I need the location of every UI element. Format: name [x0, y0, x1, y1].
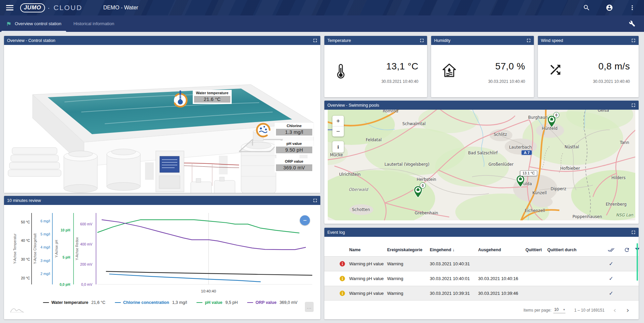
chart-zoom-out-button[interactable]: −	[300, 215, 310, 225]
expand-icon[interactable]	[420, 38, 424, 43]
chlorine-value: 1.3 mg/l	[276, 129, 312, 136]
pool-map-marker[interactable]: 0	[413, 185, 423, 198]
account-icon[interactable]	[606, 4, 613, 11]
next-page-button[interactable]: ›	[626, 307, 629, 314]
humidity-timestamp: 30.03.2021 10:40:40	[488, 79, 525, 84]
svg-text:10 pH: 10 pH	[60, 228, 70, 232]
legend-item[interactable]: Chlorine concentration1,3 mg/l	[115, 300, 187, 305]
expand-icon[interactable]	[631, 230, 636, 234]
event-log-rows: Warning pH valueWarning30.03.2021 10:40:…	[324, 256, 639, 301]
tab-label: Historical information	[74, 21, 114, 26]
tab-historical-information[interactable]: Historical information	[67, 15, 120, 32]
event-log-scrollbar[interactable]	[637, 243, 638, 281]
ph-label: pH value 9.50 pH	[275, 141, 314, 155]
map-zoom-out-button[interactable]: −	[332, 126, 344, 137]
cloud-logo: · CLOUD	[48, 4, 83, 12]
marker-count-badge: 0	[420, 182, 426, 189]
map[interactable]: RomrodSchwalmtalSchlitzFeldatalLauterbac…	[328, 110, 635, 220]
marker-temperature-tooltip: 13.1 °C	[520, 170, 537, 176]
map-zoom-in-button[interactable]: +	[332, 116, 344, 126]
svg-text:3 mg/l: 3 mg/l	[40, 259, 50, 263]
event-category: Warning	[387, 261, 430, 266]
items-per-page-label: Items per page:	[523, 308, 551, 313]
svg-text:50 °C: 50 °C	[21, 220, 30, 224]
ph-value: 9.50 pH	[276, 147, 312, 153]
map-city-label: Hofbieber	[560, 166, 580, 171]
svg-text:Y-Achse Redox: Y-Achse Redox	[75, 237, 79, 260]
kebab-menu-icon[interactable]	[629, 4, 636, 11]
svg-text:20 °C: 20 °C	[21, 276, 30, 280]
column-header-acknowledged-by[interactable]: Quittiert durch	[547, 248, 603, 252]
event-log-header-row: Name Ereigniskategorie Eingehend ↓ Ausge…	[324, 244, 639, 256]
column-header-incoming[interactable]: Eingehend ↓	[430, 248, 478, 252]
event-log-row[interactable]: Warning pH valueWarning30.03.2021 10:40:…	[324, 256, 639, 271]
expand-icon[interactable]	[631, 103, 636, 107]
temperature-timestamp: 30.03.2021 10:40:40	[381, 79, 418, 84]
expand-icon[interactable]	[631, 38, 636, 43]
water-temperature-sensor-icon[interactable]	[172, 89, 188, 109]
expand-icon[interactable]	[313, 38, 317, 43]
pool-illustration	[4, 45, 320, 193]
refresh-icon[interactable]	[624, 247, 630, 253]
panel-10-minutes-review: 10 minutes review 10:40:40Y-Achse Temper…	[4, 196, 320, 319]
pool-map-marker[interactable]: 0	[547, 115, 556, 128]
acknowledge-all-icon[interactable]	[608, 247, 614, 253]
map-city-label: NSG Lan	[616, 213, 633, 217]
svg-text:5 pH: 5 pH	[62, 255, 70, 259]
water-temperature-label: Water temperature 21.6 °C	[193, 90, 232, 104]
event-incoming: 30.03.2021 10:40:01	[430, 276, 478, 281]
map-city-label: Lauterbach	[509, 145, 532, 150]
panel-title: Humidity	[434, 38, 451, 43]
column-header-name[interactable]: Name	[349, 248, 387, 252]
column-header-category[interactable]: Ereigniskategorie	[387, 248, 430, 252]
svg-text:30 °C: 30 °C	[21, 257, 30, 261]
page-range-label: 1 – 10 of 169151	[574, 308, 604, 313]
event-incoming: 30.03.2021 10:39:31	[430, 291, 478, 296]
brand-logo: JUMO · CLOUD	[20, 3, 82, 12]
map-city-label: Großenlüder	[489, 162, 514, 167]
acknowledged-check-icon: ✓	[609, 290, 613, 297]
legend-item[interactable]: ORP value369,0 mV	[247, 300, 297, 305]
svg-text:400 mV: 400 mV	[80, 242, 92, 246]
pool-map-marker[interactable]	[516, 175, 525, 187]
event-log-row[interactable]: Warning pH valueWarning30.03.2021 10:40:…	[324, 271, 639, 286]
panel-title: Overview - Control station	[7, 38, 55, 43]
wrench-icon[interactable]	[629, 20, 635, 27]
event-log-row[interactable]: Warning pH valueWarning30.03.2021 10:39:…	[324, 286, 639, 301]
tab-overview-control-station[interactable]: Overview control station	[0, 15, 67, 32]
map-city-label: Nüsttal	[565, 145, 579, 149]
legend-item[interactable]: pH value9,5 pH	[196, 300, 238, 305]
review-chart: 10:40:40Y-Achse Temperatur20 °C30 °C40 °…	[4, 205, 320, 299]
acknowledged-check-icon: ✓	[609, 275, 613, 282]
chlorine-sensor-icon[interactable]	[255, 121, 271, 141]
column-header-outgoing[interactable]: Ausgehend	[478, 248, 525, 252]
event-name: Warning pH value	[349, 291, 387, 296]
sparkline-preview-icon[interactable]	[9, 305, 25, 314]
svg-text:Y-Achse Chlorgehalt: Y-Achse Chlorgehalt	[33, 233, 37, 264]
column-header-acknowledged[interactable]: Quittiert	[525, 248, 547, 252]
map-tiles	[328, 110, 635, 220]
search-icon[interactable]	[583, 4, 590, 11]
sort-descending-icon: ↓	[452, 248, 454, 252]
map-info-button[interactable]: i	[332, 141, 344, 153]
wind-timestamp: 30.03.2021 10:40:40	[593, 79, 630, 84]
svg-text:2 mg/l: 2 mg/l	[40, 272, 50, 276]
panel-title: Event log	[327, 230, 345, 235]
event-name: Warning pH value	[349, 276, 387, 281]
thermometer-icon	[334, 62, 347, 80]
items-per-page-select[interactable]: 10▾	[553, 307, 565, 313]
motorway-shield-a7: A 7	[521, 150, 532, 155]
pool-3d-scene: Water temperature 21.6 °C Chlorine 1.3 m…	[4, 45, 320, 193]
svg-text:0,0 mV: 0,0 mV	[81, 282, 92, 286]
panel-event-log: Event log Name Ereigniskategorie Eingehe…	[324, 228, 639, 319]
previous-page-button[interactable]: ‹	[613, 307, 616, 314]
menu-icon[interactable]	[6, 5, 13, 10]
legend-item[interactable]: Water temperature21,6 °C	[43, 300, 105, 305]
humidity-value: 57,0 %	[495, 61, 525, 72]
chart-more-button[interactable]: ...	[305, 302, 314, 312]
map-city-label: Schlitz	[494, 132, 507, 137]
error-severity-icon	[339, 261, 346, 267]
map-city-label: Ehrenberg	[606, 202, 627, 207]
expand-icon[interactable]	[313, 198, 317, 203]
expand-icon[interactable]	[526, 38, 531, 43]
